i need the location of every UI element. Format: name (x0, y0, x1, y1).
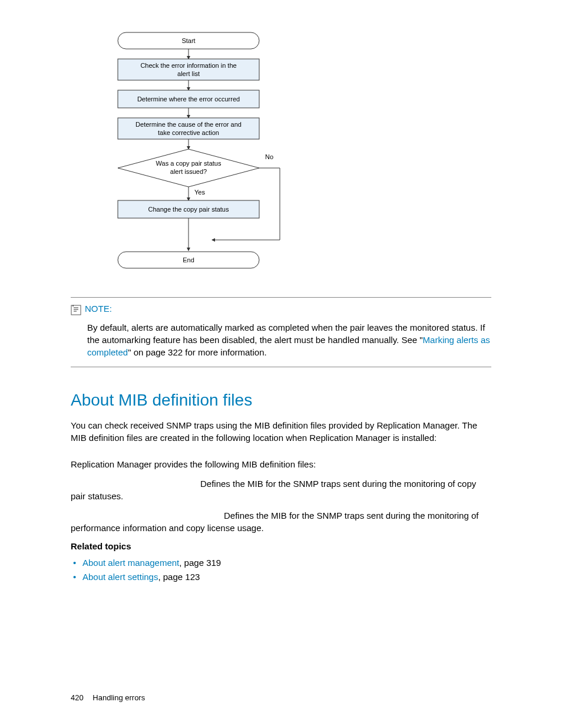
flow-step1-line1: Check the error information in the (140, 62, 236, 69)
flow-step4: Change the copy pair status (148, 206, 229, 213)
note-label: NOTE: (85, 304, 112, 314)
page-footer: 420 Handling errors (71, 693, 145, 702)
note-text: By default, alerts are automatically mar… (87, 321, 491, 358)
related-link-2[interactable]: About alert settings (82, 572, 158, 582)
section-def2: Defines the MIB for the SNMP traps sent … (71, 509, 491, 534)
flow-decision-line1: Was a copy pair status (156, 160, 222, 167)
note-icon (71, 304, 85, 318)
note-block: NOTE: By default, alerts are automatical… (71, 297, 491, 367)
section-def1: Defines the MIB for the SNMP traps sent … (71, 477, 491, 502)
flow-yes-label: Yes (194, 189, 205, 196)
page-number: 420 (71, 693, 84, 702)
flow-step1-line2: alert list (177, 70, 200, 77)
note-text-after: " on page 322 for more information. (128, 347, 266, 357)
flow-end: End (183, 256, 194, 263)
section-p1: You can check received SNMP traps using … (71, 419, 491, 444)
chapter-title: Handling errors (92, 693, 145, 702)
section-p2: Replication Manager provides the followi… (71, 458, 491, 470)
flow-step3-line1: Determine the cause of the error and (135, 121, 242, 128)
flow-no-label: No (265, 153, 273, 160)
flow-decision-line2: alert issued? (170, 168, 207, 175)
related-tail-2: , page 123 (158, 572, 200, 582)
flow-step3-line2: take corrective action (158, 129, 219, 136)
svg-rect-15 (71, 305, 81, 315)
flowchart: Start Check the error information in the… (106, 29, 491, 279)
section-heading: About MIB definition files (71, 391, 491, 410)
related-link-1[interactable]: About alert management (82, 558, 179, 568)
related-tail-1: , page 319 (179, 558, 221, 568)
related-topics-heading: Related topics (71, 541, 491, 551)
flow-step2: Determine where the error occurred (137, 95, 240, 103)
list-item: About alert settings, page 123 (73, 570, 491, 584)
related-topics-list: About alert management, page 319 About a… (73, 556, 491, 584)
flow-start: Start (181, 37, 195, 44)
list-item: About alert management, page 319 (73, 556, 491, 570)
